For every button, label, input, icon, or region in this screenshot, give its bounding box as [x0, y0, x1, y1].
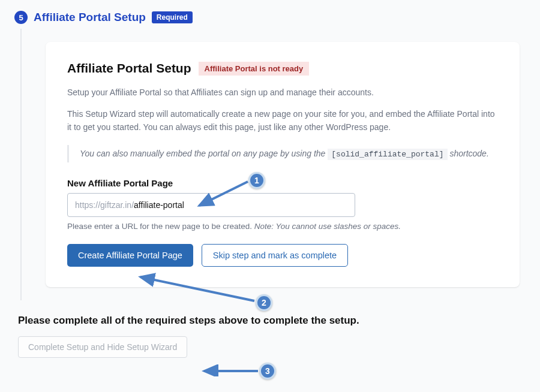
card-description-2: This Setup Wizard step will automaticall… [67, 107, 498, 134]
button-row: Create Affiliate Portal Page Skip step a… [67, 244, 498, 267]
setup-card: Affiliate Portal Setup Affiliate Portal … [46, 42, 520, 287]
status-badge: Affiliate Portal is not ready [199, 62, 310, 76]
url-field-label: New Affiliate Portal Page [67, 178, 498, 188]
step-number-badge: 5 [14, 11, 28, 24]
quote-suffix: shortcode. [449, 149, 488, 158]
annotation-arrow-3 [198, 364, 264, 376]
quote-prefix: You can also manually embed the portal o… [80, 149, 328, 158]
create-affiliate-portal-button[interactable]: Create Affiliate Portal Page [67, 244, 193, 267]
complete-setup-button[interactable]: Complete Setup and Hide Setup Wizard [18, 336, 187, 358]
shortcode-text: [solid_affiliate_portal] [328, 149, 447, 160]
helper-note: Note: You cannot use slashes or spaces. [254, 222, 401, 231]
step-title: Affiliate Portal Setup [34, 11, 146, 24]
step-header: 5 Affiliate Portal Setup Required [0, 0, 540, 29]
card-title: Affiliate Portal Setup [67, 61, 191, 76]
url-helper-text: Please enter a URL for the new page to b… [67, 222, 498, 231]
helper-main: Please enter a URL for the new page to b… [67, 222, 254, 231]
annotation-marker-1: 1 [248, 172, 265, 189]
url-prefix: https://giftzar.in/ [75, 200, 134, 210]
required-badge: Required [152, 11, 193, 23]
annotation-marker-2: 2 [256, 294, 272, 311]
complete-instruction-text: Please complete all of the required step… [18, 315, 540, 327]
affiliate-portal-url-input[interactable] [134, 200, 347, 210]
card-description-1: Setup your Affiliate Portal so that Affi… [67, 86, 498, 99]
card-header: Affiliate Portal Setup Affiliate Portal … [67, 61, 498, 76]
annotation-marker-3: 3 [259, 363, 276, 379]
manual-embed-note: You can also manually embed the portal o… [67, 145, 498, 162]
skip-step-button[interactable]: Skip step and mark as complete [202, 244, 348, 267]
step-indent: Affiliate Portal Setup Affiliate Portal … [20, 29, 540, 300]
url-input-wrap[interactable]: https://giftzar.in/ [67, 193, 355, 217]
